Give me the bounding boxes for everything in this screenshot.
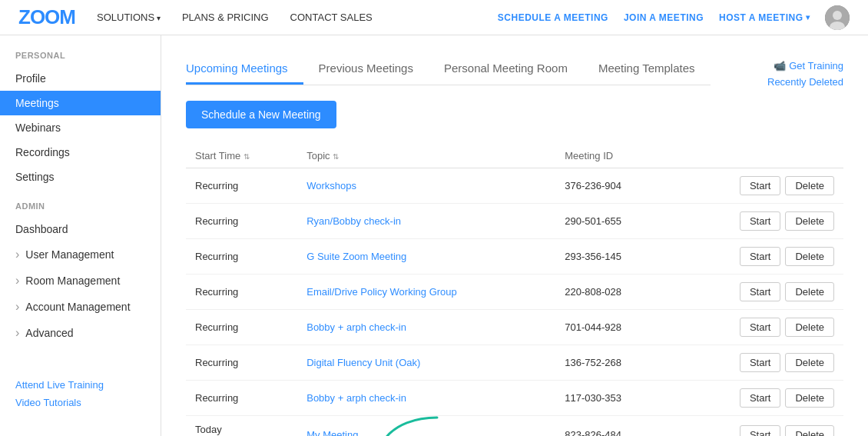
sidebar-bottom: Attend Live Training Video Tutorials [0, 367, 161, 421]
cell-meeting-id: 823-826-484 [555, 416, 671, 437]
chevron-down-icon: ▾ [806, 13, 810, 22]
start-button[interactable]: Start [740, 425, 780, 436]
cell-meeting-id: 701-044-928 [555, 310, 671, 345]
start-button[interactable]: Start [740, 176, 780, 195]
meetings-table: Start Time ⇅ Topic ⇅ Meeting ID Recurrin… [186, 144, 843, 436]
tab-upcoming-meetings[interactable]: Upcoming Meetings [186, 54, 303, 85]
cell-actions: Start Delete [671, 416, 843, 437]
delete-button[interactable]: Delete [785, 388, 834, 408]
cell-topic: Email/Drive Policy Working Group [297, 275, 555, 310]
cell-start-time: Today04:00 PM [186, 416, 297, 437]
delete-button[interactable]: Delete [785, 425, 834, 436]
sidebar-link-live-training[interactable]: Attend Live Training [15, 379, 145, 391]
tab-personal-meeting-room[interactable]: Personal Meeting Room [429, 54, 583, 85]
col-meeting-id: Meeting ID [555, 144, 671, 168]
table-row: RecurringDigital Fluency Unit (Oak)136-7… [186, 345, 843, 381]
table-row: RecurringBobby + arph check-in701-044-92… [186, 310, 843, 345]
personal-label: PERSONAL [0, 51, 161, 66]
top-right-links: 📹 Get Training Recently Deleted [767, 54, 843, 88]
sidebar-item-meetings[interactable]: Meetings [0, 91, 161, 115]
meeting-topic-link[interactable]: Workshops [306, 180, 356, 191]
nav-host-meeting[interactable]: HOST A MEETING ▾ [719, 12, 810, 23]
cell-meeting-id: 220-808-028 [555, 275, 671, 310]
sidebar-item-profile[interactable]: Profile [0, 66, 161, 91]
cell-actions: Start Delete [671, 204, 843, 239]
video-camera-icon: 📹 [774, 60, 786, 72]
sidebar-link-video-tutorials[interactable]: Video Tutorials [15, 397, 145, 408]
sidebar-item-recordings[interactable]: Recordings [0, 140, 161, 165]
nav-solutions[interactable]: SOLUTIONS [97, 12, 161, 23]
delete-button[interactable]: Delete [785, 211, 834, 231]
nav-join-meeting[interactable]: JOIN A MEETING [624, 12, 704, 23]
cell-start-time: Recurring [186, 204, 297, 239]
cell-actions: Start Delete [671, 310, 843, 345]
cell-meeting-id: 293-356-145 [555, 239, 671, 275]
cell-start-time: Recurring [186, 275, 297, 310]
sidebar-item-advanced[interactable]: Advanced [0, 320, 161, 346]
cell-start-time: Recurring [186, 345, 297, 381]
table-row: RecurringBobby + arph check-in117-030-35… [186, 381, 843, 416]
nav-schedule-meeting[interactable]: SCHEDULE A MEETING [498, 12, 608, 23]
meeting-topic-link[interactable]: My Meeting [306, 429, 358, 436]
avatar[interactable] [825, 5, 850, 30]
delete-button[interactable]: Delete [785, 282, 834, 301]
cell-topic: Workshops [297, 168, 555, 204]
table-row: RecurringRyan/Bobby check-in290-501-655 … [186, 204, 843, 239]
nav-contact-sales[interactable]: CONTACT SALES [290, 12, 373, 23]
recently-deleted-link[interactable]: Recently Deleted [767, 76, 843, 88]
meeting-topic-link[interactable]: Email/Drive Policy Working Group [306, 286, 457, 298]
start-button[interactable]: Start [740, 388, 780, 408]
table-row: RecurringEmail/Drive Policy Working Grou… [186, 275, 843, 310]
table-header-row: Start Time ⇅ Topic ⇅ Meeting ID [186, 144, 843, 168]
sidebar-item-dashboard[interactable]: Dashboard [0, 217, 161, 241]
sort-icon-start-time[interactable]: ⇅ [244, 152, 250, 161]
meeting-topic-link[interactable]: Digital Fluency Unit (Oak) [306, 357, 420, 368]
cell-meeting-id: 136-752-268 [555, 345, 671, 381]
sidebar-item-webinars[interactable]: Webinars [0, 115, 161, 140]
nav-left: zoom SOLUTIONS PLANS & PRICING CONTACT S… [18, 5, 373, 29]
logo: zoom [18, 5, 75, 29]
sidebar: PERSONAL Profile Meetings Webinars Recor… [0, 35, 161, 436]
sidebar-item-settings[interactable]: Settings [0, 165, 161, 189]
cell-actions: Start Delete [671, 345, 843, 381]
header-row: Upcoming Meetings Previous Meetings Pers… [186, 54, 843, 101]
col-actions [671, 144, 843, 168]
start-button[interactable]: Start [740, 353, 780, 372]
meeting-topic-link[interactable]: G Suite Zoom Meeting [306, 251, 406, 262]
delete-button[interactable]: Delete [785, 247, 834, 266]
sidebar-item-account-management[interactable]: Account Management [0, 294, 161, 320]
nav-pricing[interactable]: PLANS & PRICING [182, 12, 269, 23]
sidebar-item-room-management[interactable]: Room Management [0, 268, 161, 294]
delete-button[interactable]: Delete [785, 318, 834, 337]
layout: PERSONAL Profile Meetings Webinars Recor… [0, 35, 868, 436]
meeting-topic-link[interactable]: Bobby + arph check-in [306, 392, 406, 404]
start-button[interactable]: Start [740, 211, 780, 231]
svg-point-1 [833, 11, 842, 20]
cell-topic: Digital Fluency Unit (Oak) [297, 345, 555, 381]
delete-button[interactable]: Delete [785, 353, 834, 372]
cell-start-time: Recurring [186, 310, 297, 345]
start-button[interactable]: Start [740, 247, 780, 266]
get-training-link[interactable]: 📹 Get Training [774, 60, 843, 72]
cell-meeting-id: 290-501-655 [555, 204, 671, 239]
cell-topic: Ryan/Bobby check-in [297, 204, 555, 239]
meeting-topic-link[interactable]: Ryan/Bobby check-in [306, 215, 401, 227]
start-button[interactable]: Start [740, 282, 780, 301]
table-row: RecurringWorkshops376-236-904 Start Dele… [186, 168, 843, 204]
cell-actions: Start Delete [671, 239, 843, 275]
sidebar-item-user-management[interactable]: User Management [0, 241, 161, 268]
cell-meeting-id: 117-030-353 [555, 381, 671, 416]
tab-meeting-templates[interactable]: Meeting Templates [583, 54, 711, 85]
cell-start-time: Recurring [186, 239, 297, 275]
start-button[interactable]: Start [740, 318, 780, 337]
cell-topic: Bobby + arph check-in [297, 310, 555, 345]
cell-actions: Start Delete [671, 381, 843, 416]
schedule-new-meeting-button[interactable]: Schedule a New Meeting [186, 101, 336, 128]
tab-previous-meetings[interactable]: Previous Meetings [303, 54, 429, 85]
cell-topic: G Suite Zoom Meeting [297, 239, 555, 275]
cell-actions: Start Delete [671, 275, 843, 310]
sort-icon-topic[interactable]: ⇅ [333, 152, 339, 161]
cell-start-time: Recurring [186, 381, 297, 416]
delete-button[interactable]: Delete [785, 176, 834, 195]
meeting-topic-link[interactable]: Bobby + arph check-in [306, 321, 406, 333]
